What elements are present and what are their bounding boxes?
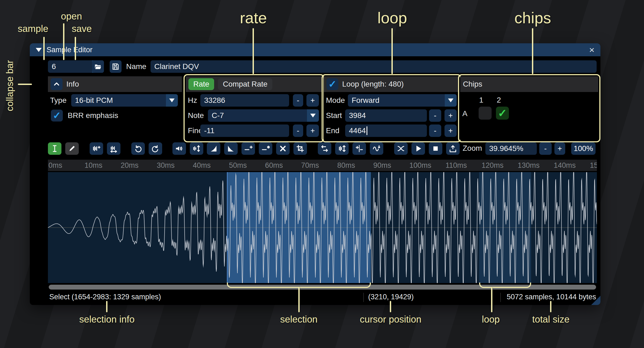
loop-mode-dropdown[interactable]: Forward [348,94,457,107]
trim-button[interactable] [293,142,307,155]
collapse-panel-button[interactable] [51,78,63,90]
preview-button[interactable] [411,142,425,155]
resample-button[interactable] [107,142,120,155]
draw-mode-icon [68,144,76,153]
crossfade-button[interactable] [394,142,408,155]
ruler-tick-label: 0ms [48,161,62,170]
annotation-loop: loop [377,9,407,27]
callout-line-sample [43,37,45,60]
info-panel-title: Info [66,80,79,88]
loop-start-plus-button[interactable]: + [444,109,457,122]
sample-type-dropdown[interactable]: 16-bit PCM [71,94,178,107]
loop-enable-checkbox[interactable]: ✓ [326,78,338,90]
chip-1-checkbox[interactable] [479,107,492,120]
annotation-sample: sample [18,23,48,34]
callout-line-total-size [550,301,551,312]
apply-silence-icon [261,144,270,153]
hz-minus-button[interactable]: - [293,94,303,107]
redo-button[interactable] [149,142,162,155]
create-instrument-button[interactable] [446,142,460,155]
callout-line-open [63,23,64,60]
loop-end-input[interactable]: 4464 [345,124,427,137]
chips-panel-header: Chips [460,76,598,92]
tab-compat-rate[interactable]: Compat Rate [218,78,272,90]
signed-unsigned-button[interactable] [352,142,366,155]
resize-button[interactable] [90,142,103,155]
check-icon: ✓ [53,111,61,120]
fine-plus-button[interactable]: + [306,124,319,137]
fade-in-button[interactable] [207,142,220,155]
reverse-button[interactable] [318,142,331,155]
floppy-disk-icon [112,63,120,71]
selection-info-text: Select (1654-2983: 1329 samples) [49,293,161,301]
waveform-canvas [48,172,597,283]
loop-panel-header: ✓ Loop (length: 480) [324,76,459,92]
fine-input[interactable]: -11 [200,124,289,137]
note-dropdown-arrow[interactable] [307,109,319,122]
loop-start-minus-button[interactable]: - [429,109,441,122]
ruler-tick-label: 100ms [409,161,431,170]
chip-2-checkbox[interactable]: ✓ [496,107,509,120]
undo-button[interactable] [131,142,145,155]
undo-icon [134,144,142,153]
waveform-display[interactable] [48,172,597,283]
invert-icon [338,144,346,153]
total-size-text: 5072 samples, 10144 bytes [507,293,596,301]
brr-emphasis-checkbox[interactable]: ✓ [51,110,63,122]
close-icon[interactable]: × [589,45,594,54]
stop-preview-icon [431,144,440,153]
ruler-tick-label: 90ms [373,161,391,170]
stop-preview-button[interactable] [429,142,442,155]
hz-label: Hz [188,94,197,107]
window-resize-grip[interactable] [591,296,600,305]
loop-end-value: 4464 [349,126,366,135]
tab-rate[interactable]: Rate [188,78,214,90]
window-titlebar[interactable]: Sample Editor × [30,43,600,56]
invert-button[interactable] [335,142,349,155]
select-mode-button[interactable] [48,142,61,155]
ruler-tick-label: 120ms [482,161,504,170]
loop-mode-dropdown-arrow[interactable] [445,94,457,107]
sample-name-input[interactable]: Clarinet DQV [151,60,597,73]
save-sample-button[interactable] [110,60,122,73]
hz-plus-button[interactable]: + [306,94,319,107]
insert-silence-button[interactable] [241,142,255,155]
check-icon: ✓ [498,107,507,119]
loop-end-minus-button[interactable]: - [429,124,441,137]
check-icon: ✓ [328,79,336,89]
zoom-reset-button[interactable]: 100% [571,142,596,155]
apply-filter-button[interactable] [370,142,383,155]
loop-start-input[interactable]: 3984 [345,109,427,122]
sample-type-value: 16-bit PCM [75,96,113,105]
loop-end-plus-button[interactable]: + [444,124,457,137]
note-dropdown[interactable]: C-7 [208,109,319,122]
time-ruler[interactable]: 0ms10ms20ms30ms40ms50ms60ms70ms80ms90ms1… [48,160,597,171]
window-collapse-icon[interactable] [36,48,42,52]
reverse-icon [320,144,329,153]
callout-line-chips [532,28,533,74]
annotation-collapse-bar: collapse bar [4,52,20,120]
open-sample-button[interactable] [92,60,104,73]
zoom-in-button[interactable]: + [554,142,565,155]
amplify-button[interactable] [172,142,186,155]
type-dropdown-arrow[interactable] [166,94,178,107]
normalize-button[interactable] [190,142,203,155]
callout-line-cursor-position [390,301,391,312]
select-mode-icon [50,144,59,153]
resample-icon [109,144,118,153]
zoom-out-button[interactable]: - [539,142,552,155]
apply-silence-button[interactable] [259,142,272,155]
fade-out-button[interactable] [224,142,238,155]
draw-mode-button[interactable] [65,142,79,155]
ruler-tick-label: 10ms [84,161,102,170]
zoom-input[interactable]: 39.9645% [485,142,537,155]
hz-input[interactable]: 33286 [200,94,289,107]
annotation-save: save [72,23,92,34]
delete-button[interactable] [276,142,290,155]
preview-icon [414,144,423,153]
callout-line-save [75,37,76,60]
resize-icon [92,144,101,153]
loop-mode-value: Forward [352,96,380,105]
callout-stem-selection [298,287,300,312]
fine-minus-button[interactable]: - [293,124,303,137]
